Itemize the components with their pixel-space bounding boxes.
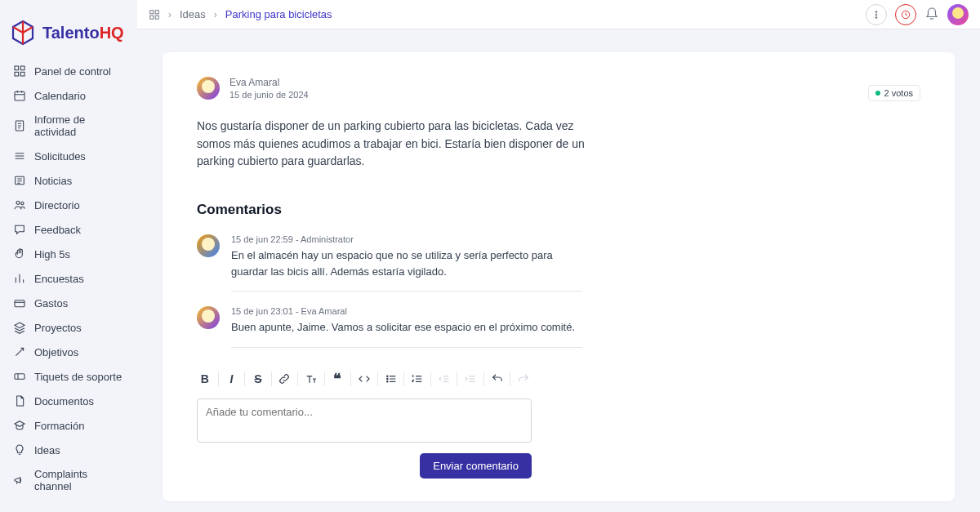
post-body: Nos gustaría disponer de un parking cubi…: [197, 118, 589, 171]
separator: [297, 372, 298, 386]
svg-rect-3: [20, 72, 24, 76]
calendar-icon: [13, 89, 26, 102]
ulist-button[interactable]: [383, 367, 399, 390]
submit-comment-button[interactable]: Enviar comentario: [420, 453, 532, 479]
svg-rect-9: [15, 301, 24, 307]
nav-panel-de-control[interactable]: Panel de control: [5, 59, 132, 83]
nav-high5s[interactable]: High 5s: [5, 242, 132, 266]
nav-directorio[interactable]: Directorio: [5, 193, 132, 217]
comment-avatar: [197, 234, 220, 257]
breadcrumb-title: Parking para bicicletas: [225, 8, 332, 20]
comment-meta: 15 de jun 23:01 - Eva Amaral: [231, 306, 582, 316]
nav-label: Objetivos: [34, 346, 78, 358]
nav-label: Tiquets de soporte: [34, 371, 122, 383]
code-button[interactable]: [356, 367, 372, 390]
svg-point-19: [386, 376, 387, 376]
nav-label: Ideas: [34, 444, 60, 456]
bold-button[interactable]: B: [197, 367, 213, 390]
comments-heading: Comentarios: [197, 202, 920, 218]
nav-label: Calendario: [34, 90, 86, 102]
list-bullet-icon: [385, 372, 398, 385]
outdent-button: [436, 367, 452, 390]
chevron-right-icon: ›: [168, 9, 172, 20]
nav-noticias[interactable]: Noticias: [5, 168, 132, 193]
svg-point-16: [875, 14, 877, 16]
user-avatar[interactable]: [947, 4, 969, 25]
notifications-button[interactable]: [924, 6, 939, 23]
link-button[interactable]: [277, 367, 293, 390]
undo-button[interactable]: [489, 367, 506, 390]
vote-count: 2 votos: [884, 88, 913, 98]
post-header: Eva Amaral 15 de junio de 2024 2 votos: [197, 77, 920, 100]
separator: [350, 372, 351, 386]
italic-button[interactable]: I: [224, 367, 240, 390]
main: › Ideas › Parking para bicicletas Eva Am…: [137, 0, 980, 512]
svg-rect-4: [15, 91, 24, 100]
nav-gastos[interactable]: Gastos: [5, 291, 132, 315]
report-icon: [13, 119, 26, 132]
directory-icon: [13, 198, 26, 211]
vote-badge[interactable]: 2 votos: [868, 85, 920, 101]
nav-tiquets[interactable]: Tiquets de soporte: [5, 364, 132, 389]
undo-icon: [491, 372, 504, 385]
nav-label: Directorio: [34, 199, 80, 211]
nav-proyectos[interactable]: Proyectos: [5, 315, 132, 340]
comment-editor: B I S ❝: [197, 364, 532, 445]
nav-formacion[interactable]: Formación: [5, 413, 132, 438]
submit-row: Enviar comentario: [197, 453, 532, 479]
content: Eva Amaral 15 de junio de 2024 2 votos N…: [137, 29, 980, 512]
comment-text: Buen apunte, Jaime. Vamos a solicitar es…: [231, 319, 582, 336]
text-size-icon: [305, 372, 318, 385]
chevron-right-icon: ›: [214, 9, 217, 20]
more-menu-button[interactable]: [866, 4, 887, 25]
separator: [457, 372, 457, 386]
nav-objetivos[interactable]: Objetivos: [5, 340, 132, 364]
svg-point-8: [21, 202, 24, 204]
bell-icon: [924, 6, 939, 20]
nav-solicitudes[interactable]: Solicitudes: [5, 144, 132, 168]
svg-rect-2: [15, 72, 19, 76]
list-number-icon: [411, 372, 424, 385]
comment-avatar: [197, 306, 220, 329]
olist-button[interactable]: [409, 367, 425, 390]
breadcrumb-section[interactable]: Ideas: [180, 8, 206, 20]
separator: [324, 372, 325, 386]
heading-button[interactable]: [303, 367, 319, 390]
sidebar: TalentoHQ Panel de control Calendario In…: [0, 0, 137, 512]
tickets-icon: [13, 370, 26, 383]
quote-button[interactable]: ❝: [330, 367, 346, 390]
clock-alert-button[interactable]: [895, 4, 916, 25]
logo[interactable]: TalentoHQ: [0, 0, 137, 59]
apps-icon[interactable]: [149, 9, 160, 20]
nav-label: Gastos: [34, 297, 68, 309]
nav-informe[interactable]: Informe de actividad: [5, 108, 132, 144]
indent-icon: [464, 372, 477, 385]
nav-calendario[interactable]: Calendario: [5, 83, 132, 108]
nav-feedback[interactable]: Feedback: [5, 217, 132, 242]
nav-documentos[interactable]: Documentos: [5, 389, 132, 413]
svg-rect-1: [20, 66, 24, 70]
idea-card: Eva Amaral 15 de junio de 2024 2 votos N…: [163, 52, 955, 501]
comment-body: 15 de jun 22:59 - Administrator En el al…: [231, 234, 582, 292]
nav-label: Feedback: [34, 224, 81, 236]
svg-rect-13: [150, 16, 154, 19]
nav-label: Informe de actividad: [34, 114, 124, 138]
redo-button: [515, 367, 532, 390]
nav: Panel de control Calendario Informe de a…: [0, 59, 137, 498]
svg-rect-0: [15, 66, 19, 70]
nav-ideas[interactable]: Ideas: [5, 438, 132, 462]
comment-input[interactable]: [197, 398, 532, 443]
outdent-icon: [438, 372, 451, 385]
comment-body: 15 de jun 23:01 - Eva Amaral Buen apunte…: [231, 306, 582, 348]
nav-complaints[interactable]: Complaints channel: [5, 462, 132, 498]
requests-icon: [13, 149, 26, 163]
svg-point-21: [386, 381, 387, 381]
separator: [377, 372, 378, 386]
separator: [483, 372, 484, 386]
dots-vertical-icon: [871, 9, 882, 20]
nav-label: Encuestas: [34, 273, 84, 285]
nav-encuestas[interactable]: Encuestas: [5, 266, 132, 291]
projects-icon: [13, 321, 26, 334]
link-icon: [278, 372, 291, 385]
strike-button[interactable]: S: [250, 367, 266, 390]
